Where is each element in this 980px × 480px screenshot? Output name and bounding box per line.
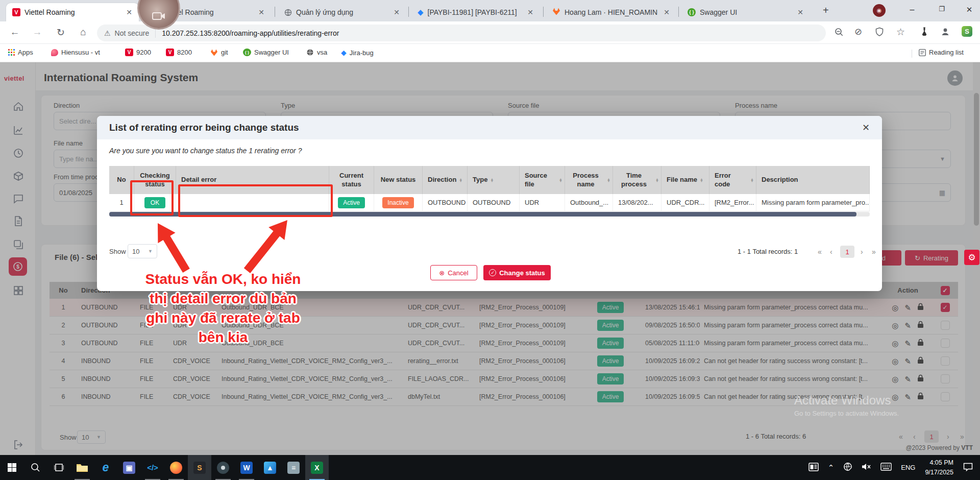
start-button[interactable] [0,455,23,480]
network-icon[interactable] [843,462,852,473]
language-indicator[interactable]: ENG [901,464,915,471]
bookmark-swagger[interactable]: { } Swagger UI [243,49,289,56]
modal-page-number[interactable]: 1 [840,246,854,258]
camera-icon [152,11,165,21]
bookmark-hiensusu[interactable]: Hiensusu - vt [51,49,100,56]
shield-icon[interactable] [875,27,884,39]
excel-icon[interactable]: X [305,455,329,480]
tray-chevron-up-icon[interactable]: ⌃ [828,463,835,472]
bookmark-git[interactable]: git [210,49,228,56]
mcell-time-process: 13/08/202... [613,194,662,211]
extension-s-icon[interactable]: S [962,26,972,37]
snagit-icon[interactable]: S [188,455,211,480]
mcell-process-name: Outbound_... [565,194,613,211]
new-status-badge: Inactive [382,197,413,208]
mcol-source-file[interactable]: Source file▲▼ [520,166,565,194]
modal-confirm-text: Are you sure you want to change status t… [109,147,302,155]
capture-app-icon[interactable] [211,455,235,480]
tab-close-icon[interactable]: ✕ [526,8,535,16]
window-close-button[interactable]: ✕ [959,5,980,14]
tab-separator [275,7,275,17]
tab-label: Hoang Lam · HIEN_ROAMIN [565,8,658,16]
apps-shortcut[interactable]: Apps [8,49,33,56]
touch-keyboard-icon[interactable] [880,463,892,472]
browser-tab-4[interactable]: ◆ [PAYBI-11981] [PAYBI-6211] ✕ [411,3,540,21]
globe-icon [306,49,314,56]
browser-tab-1[interactable]: V Viettel Roaming ✕ [6,3,139,21]
reading-list-button[interactable]: Reading list [919,49,964,56]
mcol-time-process[interactable]: Time process▲▼ [613,166,662,194]
taskbar-search-button[interactable] [23,455,47,480]
modal-close-icon[interactable]: ✕ [862,122,870,133]
tab-close-icon[interactable]: ✕ [125,8,134,16]
word-icon[interactable]: W [235,455,258,480]
file-explorer-icon[interactable] [70,455,94,480]
tab-close-icon[interactable]: ✕ [392,8,401,16]
blocked-content-icon[interactable]: ⊘ [854,26,862,37]
tab-close-icon[interactable]: ✕ [662,8,671,16]
vscode-icon[interactable]: </> [141,455,164,480]
sort-icon[interactable]: ▲▼ [459,178,462,182]
profile-icon[interactable] [940,27,950,39]
news-tray-icon[interactable] [808,463,819,473]
modal-first-page-icon[interactable]: « [818,248,822,256]
mcol-type[interactable]: Type▲▼ [468,166,520,194]
address-bar[interactable]: ⚠ Not secure 10.207.252.135:8200/roaming… [97,25,826,41]
bookmark-label: Swagger UI [254,49,289,56]
annotation-box-checking-status [130,180,174,215]
tab-close-icon[interactable]: ✕ [257,8,266,16]
notes-app-icon[interactable]: ≡ [282,455,305,480]
sort-icon[interactable]: ▲▼ [490,178,494,182]
sort-icon[interactable]: ▲▼ [607,178,610,182]
url-divider [155,29,156,38]
volume-muted-icon[interactable] [862,463,871,472]
bookmark-label: 8200 [177,49,192,56]
forward-icon[interactable]: → [31,27,44,38]
mcol-process-name[interactable]: Process name▲▼ [565,166,613,194]
modal-next-page-icon[interactable]: › [861,248,863,256]
home-icon[interactable]: ⌂ [77,27,90,38]
modal-page-size-select[interactable]: 10 ▼ [128,244,157,258]
task-view-button[interactable] [47,455,70,480]
firefox-icon[interactable] [164,455,188,480]
modal-last-page-icon[interactable]: » [872,248,876,256]
bookmark-vsa[interactable]: vsa [306,49,327,56]
sort-icon[interactable]: ▲▼ [700,178,703,182]
refresh-icon[interactable]: ↻ [54,27,67,38]
sort-icon[interactable]: ▲▼ [559,178,562,182]
taskbar-app-icon[interactable]: ▣ [117,455,141,480]
profile-badge-icon[interactable]: ◉ [873,4,886,17]
change-status-button[interactable]: ✓ Change status [483,265,551,280]
sort-icon[interactable]: ▲▼ [750,178,754,182]
internet-explorer-icon[interactable]: e [94,455,117,480]
zoom-out-icon[interactable] [834,27,844,39]
browser-tab-6[interactable]: { } Swagger UI ✕ [681,3,810,21]
flask-icon[interactable] [920,27,929,38]
mcol-error-code[interactable]: Error code▲▼ [709,166,756,194]
bookmark-jira-bug[interactable]: ◆ Jira-bug [341,49,374,57]
viettel-favicon-icon: V [125,49,133,56]
mcol-direction[interactable]: Direction▲▼ [423,166,468,194]
bookmark-star-icon[interactable]: ☆ [896,26,905,38]
mcol-current-status: Current status [329,166,374,194]
window-restore-button[interactable]: ❐ [930,5,953,13]
mcol-file-name[interactable]: File name▲▼ [662,166,709,194]
back-icon[interactable]: ← [8,27,21,38]
new-tab-button[interactable]: + [823,5,829,16]
browser-tab-5[interactable]: Hoang Lam · HIEN_ROAMIN ✕ [546,3,676,21]
sort-icon[interactable]: ▲▼ [655,178,659,182]
tab-close-icon[interactable]: ✕ [796,8,805,16]
bookmark-9200[interactable]: V 9200 [125,49,151,56]
window-minimize-button[interactable]: – [900,5,924,14]
browser-tab-3[interactable]: Quản lý ứng dụng ✕ [278,3,406,21]
tab-separator [408,7,409,17]
modal-prev-page-icon[interactable]: ‹ [830,248,832,256]
photos-app-icon[interactable]: ▲ [258,455,282,480]
tab-label: [PAYBI-11981] [PAYBI-6211] [428,8,522,16]
bookmark-label: Apps [18,49,33,56]
settings-gear-button[interactable]: ⚙ [964,250,979,265]
cancel-button[interactable]: ⊗ Cancel [430,265,477,280]
action-center-icon[interactable] [963,463,973,473]
bookmark-8200[interactable]: V 8200 [166,49,192,56]
clock[interactable]: 4:05 PM 9/17/2025 [925,458,953,477]
